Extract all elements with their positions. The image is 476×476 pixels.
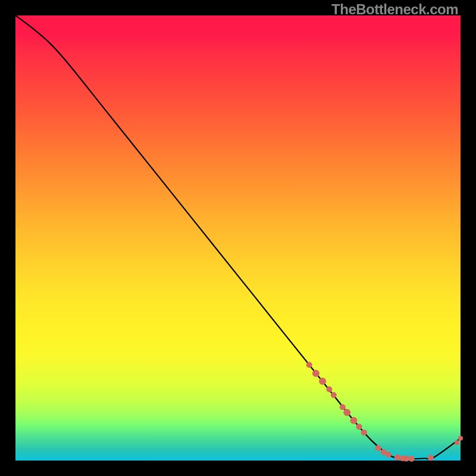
watermark-text: TheBottleneck.com: [331, 1, 458, 18]
chart-outer: TheBottleneck.com: [0, 0, 476, 476]
chart-gradient-area: [15, 15, 461, 461]
marker-dots: [306, 362, 463, 462]
marker-dot: [340, 404, 346, 410]
marker-dot: [428, 455, 434, 461]
marker-dot: [350, 417, 357, 424]
marker-dot: [343, 409, 350, 416]
marker-dot: [386, 452, 392, 458]
marker-dot: [319, 378, 326, 385]
marker-dot: [306, 362, 312, 368]
marker-dot: [331, 392, 337, 398]
marker-dot: [458, 436, 463, 441]
marker-dot: [394, 455, 400, 461]
marker-dot: [312, 369, 320, 377]
marker-dot: [361, 430, 367, 436]
marker-dot: [455, 440, 459, 445]
marker-dot: [403, 456, 409, 462]
marker-dot: [375, 445, 381, 451]
marker-dot: [409, 456, 415, 462]
curve-line: [15, 15, 461, 459]
marker-dot: [356, 424, 362, 430]
marker-dot: [326, 386, 332, 392]
chart-svg: [15, 15, 461, 461]
